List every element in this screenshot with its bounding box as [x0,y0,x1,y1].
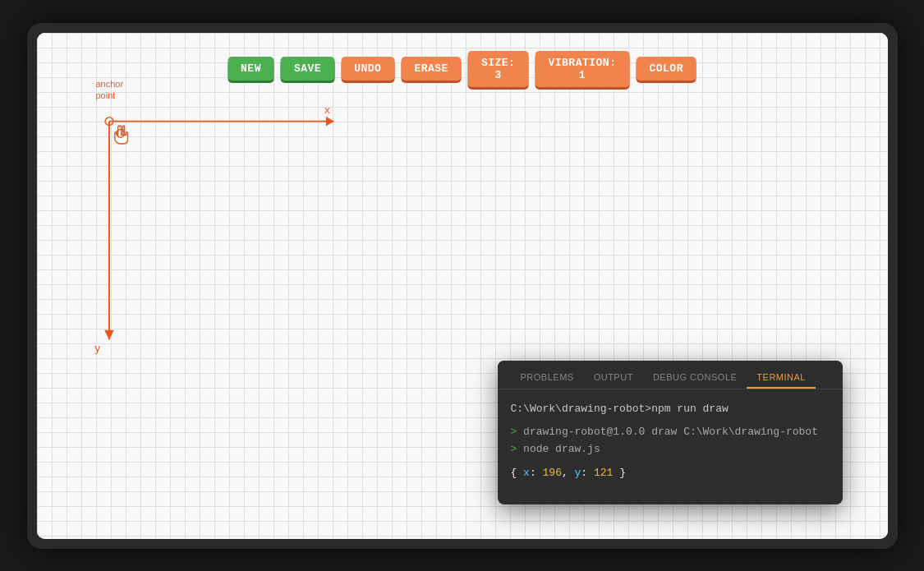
new-button[interactable]: NEW [228,57,274,81]
app-window: NEW SAVE UNDO ERASE SIZE: 3 VIBRATION: 1… [37,33,888,539]
terminal-prompt-1: > [511,426,524,438]
screen-container: NEW SAVE UNDO ERASE SIZE: 3 VIBRATION: 1… [27,23,898,549]
terminal-line-1: C:\Work\drawing-robot>npm run draw [511,401,830,418]
terminal-coord-open: { [511,467,524,479]
svg-marker-1 [325,116,333,126]
terminal-coord-y-val: 121 [594,467,613,479]
canvas-area[interactable]: NEW SAVE UNDO ERASE SIZE: 3 VIBRATION: 1… [37,33,888,539]
toolbar: NEW SAVE UNDO ERASE SIZE: 3 VIBRATION: 1… [228,51,696,87]
tab-problems[interactable]: PROBLEMS [511,367,584,389]
terminal-coord-x-key: x [523,467,530,479]
color-button[interactable]: COLOR [636,57,696,81]
undo-button[interactable]: UNDO [341,57,394,81]
svg-point-6 [105,117,113,125]
terminal-body: C:\Work\drawing-robot>npm run draw > dra… [498,389,843,504]
save-button[interactable]: SAVE [281,57,334,81]
vibration-button[interactable]: VIBRATION: 1 [535,51,629,87]
tab-output[interactable]: OUTPUT [584,367,643,389]
terminal-panel: PROBLEMS OUTPUT DEBUG CONSOLE TERMINAL C… [498,361,843,504]
tab-terminal[interactable]: TERMINAL [747,367,816,389]
svg-point-7 [116,129,124,137]
terminal-coord-x-val: 196 [543,467,562,479]
terminal-line-2: drawing-robot@1.0.0 draw C:\Work\drawing… [523,426,818,438]
anchor-label: anchorpoint [96,78,124,102]
erase-button[interactable]: ERASE [401,57,462,81]
tab-debug-console[interactable]: DEBUG CONSOLE [643,367,747,389]
terminal-line-3: node draw.js [523,443,600,455]
terminal-tabs: PROBLEMS OUTPUT DEBUG CONSOLE TERMINAL [498,361,843,389]
terminal-prompt-2: > [511,443,524,455]
size-button[interactable]: SIZE: 3 [468,51,529,87]
svg-marker-4 [104,329,114,339]
svg-text:x: x [324,103,329,115]
svg-text:y: y [94,342,100,354]
